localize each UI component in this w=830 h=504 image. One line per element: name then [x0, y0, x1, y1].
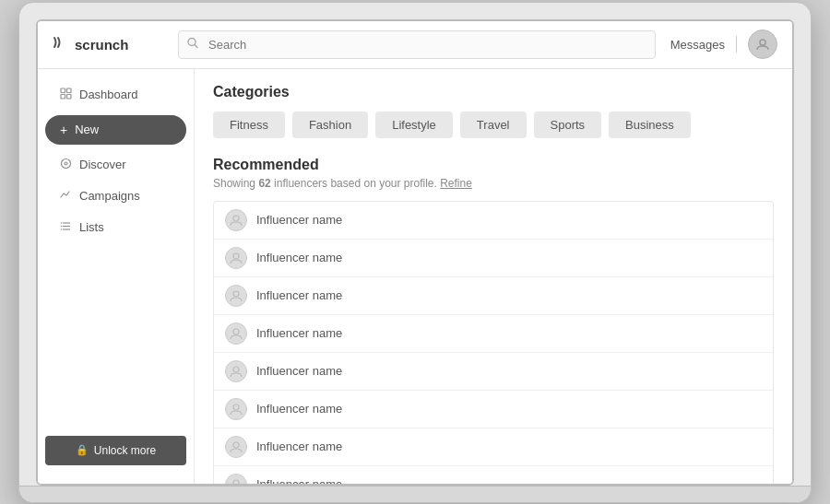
influencer-row[interactable]: Influencer name	[214, 277, 773, 315]
influencer-row[interactable]: Influencer name	[214, 428, 773, 466]
influencer-row[interactable]: Influencer name	[214, 315, 773, 353]
influencer-list: Influencer name Influencer name	[213, 201, 774, 484]
category-business[interactable]: Business	[609, 111, 691, 138]
influencer-name-3: Influencer name	[256, 288, 342, 302]
svg-point-22	[233, 480, 239, 484]
main-layout: Dashboard + New Discover	[38, 69, 792, 484]
svg-point-17	[233, 291, 239, 297]
influencer-row[interactable]: Influencer name	[214, 466, 773, 484]
sidebar: Dashboard + New Discover	[38, 69, 195, 484]
logo: scrunch	[53, 36, 163, 53]
category-lifestyle[interactable]: Lifestyle	[375, 111, 453, 138]
laptop-base	[19, 486, 811, 502]
logo-icon	[53, 36, 69, 53]
influencer-name-5: Influencer name	[256, 364, 342, 378]
influencer-avatar-8	[225, 474, 247, 484]
lists-icon	[60, 220, 72, 235]
search-input[interactable]	[178, 30, 656, 59]
app-header: scrunch Messages	[38, 21, 792, 69]
influencer-row[interactable]: Influencer name	[214, 202, 773, 240]
search-bar[interactable]	[178, 30, 656, 59]
influencer-row[interactable]: Influencer name	[214, 353, 773, 391]
influencer-name-7: Influencer name	[256, 440, 342, 453]
sidebar-nav: Dashboard + New Discover	[38, 80, 194, 242]
unlock-more-button[interactable]: 🔒 Unlock more	[45, 436, 186, 465]
messages-link[interactable]: Messages	[670, 38, 725, 52]
svg-point-12	[61, 222, 63, 224]
logo-text: scrunch	[75, 37, 128, 53]
influencer-avatar-1	[225, 209, 247, 231]
sidebar-campaigns-label: Campaigns	[79, 189, 140, 203]
category-sports[interactable]: Sports	[534, 111, 602, 138]
svg-point-20	[233, 404, 239, 410]
discover-icon	[60, 158, 72, 172]
sidebar-item-dashboard[interactable]: Dashboard	[45, 80, 186, 110]
influencer-avatar-4	[225, 322, 247, 345]
influencer-name-2: Influencer name	[256, 251, 342, 264]
influencer-avatar-7	[225, 436, 247, 458]
lock-icon: 🔒	[76, 444, 89, 456]
category-travel[interactable]: Travel	[460, 111, 527, 138]
category-fitness[interactable]: Fitness	[213, 111, 285, 138]
laptop-screen: scrunch Messages	[36, 19, 794, 486]
influencer-name-1: Influencer name	[256, 213, 342, 227]
svg-rect-3	[61, 88, 65, 93]
dashboard-icon	[60, 88, 72, 102]
sidebar-new-label: New	[75, 123, 99, 136]
sidebar-discover-label: Discover	[79, 158, 126, 171]
svg-point-13	[61, 225, 63, 227]
sidebar-item-campaigns[interactable]: Campaigns	[45, 182, 186, 211]
sidebar-dashboard-label: Dashboard	[79, 88, 138, 101]
influencer-name-6: Influencer name	[256, 402, 342, 416]
influencer-name-8: Influencer name	[256, 477, 342, 484]
sidebar-item-new[interactable]: + New	[45, 115, 186, 145]
category-fashion[interactable]: Fashion	[292, 111, 368, 138]
influencer-avatar-5	[225, 360, 247, 382]
svg-rect-6	[67, 94, 72, 99]
refine-link[interactable]: Refine	[440, 177, 472, 190]
main-content: Categories Fitness Fashion Lifestyle Tra…	[195, 69, 792, 484]
influencer-row[interactable]: Influencer name	[214, 391, 773, 428]
recommended-title: Recommended	[213, 157, 774, 173]
sidebar-item-lists[interactable]: Lists	[45, 213, 186, 242]
sidebar-lists-label: Lists	[79, 220, 104, 234]
influencer-avatar-6	[225, 398, 247, 420]
svg-rect-4	[67, 88, 72, 93]
svg-point-19	[233, 367, 239, 372]
categories-row: Fitness Fashion Lifestyle Travel Sports …	[213, 111, 774, 138]
sidebar-item-discover[interactable]: Discover	[45, 150, 186, 180]
categories-section: Categories Fitness Fashion Lifestyle Tra…	[213, 84, 774, 138]
svg-point-18	[233, 329, 239, 334]
influencer-avatar-2	[225, 247, 247, 269]
svg-point-14	[61, 229, 63, 230]
plus-icon: +	[60, 123, 67, 137]
influencer-avatar-3	[225, 285, 247, 307]
influencer-name-4: Influencer name	[256, 326, 342, 340]
categories-title: Categories	[213, 84, 774, 100]
user-avatar-button[interactable]	[748, 29, 777, 59]
campaigns-icon	[60, 189, 72, 204]
svg-point-15	[233, 216, 239, 221]
laptop-frame: scrunch Messages	[18, 2, 812, 503]
svg-point-8	[65, 162, 67, 165]
unlock-label: Unlock more	[94, 444, 156, 457]
header-right: Messages	[670, 29, 777, 59]
svg-point-21	[233, 442, 239, 448]
svg-point-16	[233, 253, 239, 259]
svg-point-2	[760, 40, 765, 45]
svg-rect-5	[61, 94, 65, 99]
influencer-row[interactable]: Influencer name	[214, 240, 773, 277]
header-divider	[736, 36, 737, 53]
svg-point-7	[62, 158, 71, 168]
recommended-section: Recommended Showing 62 influencers based…	[213, 157, 774, 484]
search-icon	[187, 38, 198, 52]
svg-line-1	[195, 45, 197, 48]
recommended-subtitle: Showing 62 influencers based on your pro…	[213, 177, 774, 190]
